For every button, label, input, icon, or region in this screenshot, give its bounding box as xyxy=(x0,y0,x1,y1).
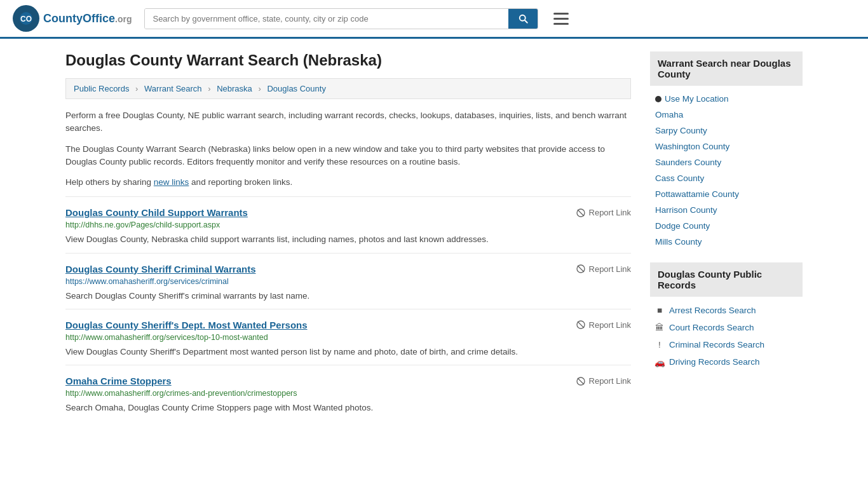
nearby-link-6[interactable]: Harrison County xyxy=(655,205,717,215)
report-link-1[interactable]: Report Link xyxy=(576,264,631,274)
nearby-link-4[interactable]: Cass County xyxy=(655,173,704,183)
court-icon: 🏛 xyxy=(655,323,664,332)
report-label-0: Report Link xyxy=(589,208,631,217)
description-1: Perform a free Douglas County, NE public… xyxy=(65,109,631,135)
result-header-3: Omaha Crime Stoppers Report Link xyxy=(65,376,631,386)
nearby-link-8[interactable]: Mills County xyxy=(655,237,702,247)
result-item-0: Douglas County Child Support Warrants Re… xyxy=(65,196,631,252)
criminal-icon: ! xyxy=(655,341,664,349)
breadcrumb-sep-3: › xyxy=(258,84,261,93)
description-2: The Douglas County Warrant Search (Nebra… xyxy=(65,143,631,169)
result-header-1: Douglas County Sheriff Criminal Warrants… xyxy=(65,264,631,274)
driving-icon: 🚗 xyxy=(655,358,664,367)
pub-rec-item-3: 🚗 Driving Records Search xyxy=(650,353,803,370)
result-title-0[interactable]: Douglas County Child Support Warrants xyxy=(65,207,248,218)
logo-text: CountyOffice.org xyxy=(43,12,132,25)
logo-org: .org xyxy=(115,14,132,24)
menu-bar-1 xyxy=(553,13,569,15)
public-records-list: ■ Arrest Records Search 🏛 Court Records … xyxy=(650,302,803,370)
report-link-3[interactable]: Report Link xyxy=(576,376,631,386)
public-records-title: Douglas County Public Records xyxy=(658,269,762,290)
use-location[interactable]: Use My Location xyxy=(650,91,803,107)
page-title: Douglas County Warrant Search (Nebraska) xyxy=(65,51,631,69)
pub-rec-link-2[interactable]: Criminal Records Search xyxy=(669,340,764,349)
use-location-label: Use My Location xyxy=(665,94,729,104)
result-desc-1: Search Douglas County Sheriff's criminal… xyxy=(65,290,631,302)
result-url-1: https://www.omahasheriff.org/services/cr… xyxy=(65,277,631,286)
report-label-3: Report Link xyxy=(589,376,631,386)
report-label-2: Report Link xyxy=(589,320,631,330)
sidebar: Warrant Search near Douglas County Use M… xyxy=(650,51,803,421)
result-item-2: Douglas County Sheriff's Dept. Most Want… xyxy=(65,309,631,365)
nearby-item-1: Sarpy County xyxy=(650,123,803,139)
breadcrumb-sep-2: › xyxy=(208,84,210,93)
nearby-link-0[interactable]: Omaha xyxy=(655,110,683,119)
nearby-item-8: Mills County xyxy=(650,234,803,250)
menu-button[interactable] xyxy=(551,10,571,27)
public-records-header: Douglas County Public Records xyxy=(650,262,803,297)
desc3-before: Help others by sharing xyxy=(65,177,154,187)
breadcrumb: Public Records › Warrant Search › Nebras… xyxy=(65,78,631,99)
result-desc-0: View Douglas County, Nebraska child supp… xyxy=(65,233,631,246)
result-url-2: http://www.omahasheriff.org/services/top… xyxy=(65,333,631,342)
pub-rec-item-2: ! Criminal Records Search xyxy=(650,336,803,353)
search-button[interactable] xyxy=(508,9,538,29)
result-title-3[interactable]: Omaha Crime Stoppers xyxy=(65,376,172,386)
breadcrumb-douglas-county[interactable]: Douglas County xyxy=(267,84,326,93)
nearby-link-7[interactable]: Dodge County xyxy=(655,221,710,231)
pub-rec-link-0[interactable]: Arrest Records Search xyxy=(669,306,756,315)
nearby-header: Warrant Search near Douglas County xyxy=(650,51,803,86)
result-desc-2: View Douglas County Sheriff's Department… xyxy=(65,346,631,358)
report-label-1: Report Link xyxy=(589,264,631,274)
result-item-1: Douglas County Sheriff Criminal Warrants… xyxy=(65,253,631,309)
location-dot-icon xyxy=(655,96,661,102)
nearby-title: Warrant Search near Douglas County xyxy=(658,58,791,79)
breadcrumb-sep-1: › xyxy=(135,84,138,93)
svg-line-8 xyxy=(578,322,584,328)
svg-line-10 xyxy=(578,378,584,384)
search-input[interactable] xyxy=(145,9,508,29)
pub-rec-link-1[interactable]: Court Records Search xyxy=(669,323,754,332)
header: CO CountyOffice.org xyxy=(0,0,868,39)
nearby-item-2: Washington County xyxy=(650,139,803,154)
nearby-item-6: Harrison County xyxy=(650,202,803,218)
nearby-item-5: Pottawattamie County xyxy=(650,186,803,202)
nearby-link-2[interactable]: Washington County xyxy=(655,142,729,151)
nearby-list: Omaha Sarpy County Washington County Sau… xyxy=(650,107,803,250)
nearby-link-3[interactable]: Saunders County xyxy=(655,158,721,167)
nearby-item-0: Omaha xyxy=(650,107,803,123)
nearby-link-1[interactable]: Sarpy County xyxy=(655,126,707,135)
pub-rec-link-3[interactable]: Driving Records Search xyxy=(669,357,760,367)
breadcrumb-warrant-search[interactable]: Warrant Search xyxy=(144,84,202,93)
result-url-0: http://dhhs.ne.gov/Pages/child-support.a… xyxy=(65,220,631,229)
result-header-2: Douglas County Sheriff's Dept. Most Want… xyxy=(65,320,631,330)
report-link-0[interactable]: Report Link xyxy=(576,208,631,218)
breadcrumb-nebraska[interactable]: Nebraska xyxy=(217,84,252,93)
result-title-1[interactable]: Douglas County Sheriff Criminal Warrants xyxy=(65,264,255,274)
result-item-3: Omaha Crime Stoppers Report Link http://… xyxy=(65,365,631,421)
nearby-item-3: Saunders County xyxy=(650,154,803,170)
report-link-2[interactable]: Report Link xyxy=(576,320,631,330)
nearby-item-4: Cass County xyxy=(650,170,803,186)
public-records-section: Douglas County Public Records ■ Arrest R… xyxy=(650,262,803,370)
svg-line-6 xyxy=(578,266,584,272)
arrest-icon: ■ xyxy=(655,306,664,315)
breadcrumb-public-records[interactable]: Public Records xyxy=(74,84,129,93)
svg-text:CO: CO xyxy=(20,15,32,24)
nearby-link-5[interactable]: Pottawattamie County xyxy=(655,189,739,199)
desc3-after: and reporting broken links. xyxy=(189,177,292,187)
result-title-2[interactable]: Douglas County Sheriff's Dept. Most Want… xyxy=(65,320,308,330)
logo[interactable]: CO CountyOffice.org xyxy=(13,5,132,32)
search-bar xyxy=(144,8,538,29)
logo-icon: CO xyxy=(13,5,39,32)
content-area: Douglas County Warrant Search (Nebraska)… xyxy=(65,51,631,421)
results-list: Douglas County Child Support Warrants Re… xyxy=(65,196,631,421)
result-header-0: Douglas County Child Support Warrants Re… xyxy=(65,207,631,218)
result-url-3: http://www.omahasheriff.org/crimes-and-p… xyxy=(65,389,631,398)
pub-rec-item-0: ■ Arrest Records Search xyxy=(650,302,803,319)
description-3: Help others by sharing new links and rep… xyxy=(65,176,631,189)
nearby-section: Warrant Search near Douglas County Use M… xyxy=(650,51,803,250)
menu-bar-2 xyxy=(553,18,569,20)
new-links[interactable]: new links xyxy=(154,177,189,187)
pub-rec-item-1: 🏛 Court Records Search xyxy=(650,319,803,336)
